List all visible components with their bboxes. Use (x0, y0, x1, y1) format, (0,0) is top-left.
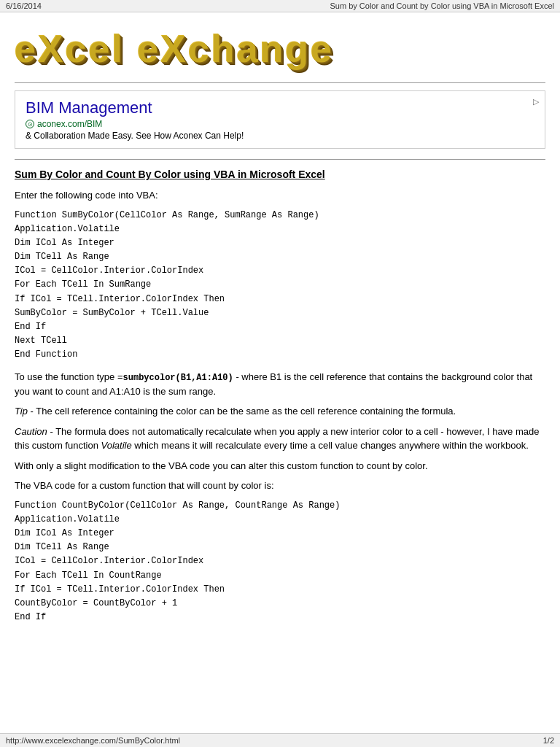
ad-title: BIM Management (26, 98, 534, 117)
ad-link-circle-icon: ⊙ (26, 120, 34, 128)
code-line: ICol = CellColor.Interior.ColorIndex (15, 554, 545, 568)
ad-box[interactable]: ▷ BIM Management ⊙ aconex.com/BIM & Coll… (15, 90, 545, 149)
code-line: Application.Volatile (15, 222, 545, 236)
logo-divider (15, 82, 545, 83)
top-bar-date: 6/16/2014 (6, 1, 42, 10)
code-line: End If (15, 611, 545, 624)
article-intro: Enter the following code into VBA: (15, 188, 545, 203)
code-line-end-function: End Function (15, 348, 545, 362)
code-line: Dim TCell As Range (15, 541, 545, 554)
usage-text-before: To use the function type = (15, 371, 123, 382)
top-bar-title: Sum by Color and Count by Color using VB… (330, 1, 554, 10)
code-line: Dim ICol As Integer (15, 527, 545, 541)
article-body: Sum By Color and Count By Color using VB… (15, 167, 545, 624)
mod-text1: With only a slight modification to the V… (15, 459, 545, 473)
mod-text2: The VBA code for a custom function that … (15, 479, 545, 493)
code-line: Function CountByColor(CellColor As Range… (15, 499, 545, 513)
code-line: If ICol = TCell.Interior.ColorIndex Then (15, 293, 545, 306)
code-block-1: Function SumByColor(CellColor As Range, … (15, 209, 545, 363)
ad-link[interactable]: ⊙ aconex.com/BIM (26, 119, 534, 129)
ad-description: & Collaboration Made Easy. See How Acone… (26, 131, 534, 141)
code-line: Application.Volatile (15, 513, 545, 527)
caution-paragraph: Caution - The formula does not automatic… (15, 425, 545, 453)
usage-function: sumbycolor(B1,A1:A10) (123, 373, 233, 383)
code-line: For Each TCell In SumRange (15, 278, 545, 292)
tip-text: - The cell reference containing the colo… (28, 406, 456, 417)
usage-paragraph: To use the function type =sumbycolor(B1,… (15, 370, 545, 399)
code-line: End If (15, 320, 545, 334)
page-wrapper: eXcel eXchange ▷ BIM Management ⊙ aconex… (0, 12, 560, 654)
tip-paragraph: Tip - The cell reference containing the … (15, 404, 545, 419)
code-block-2: Function CountByColor(CellColor As Range… (15, 499, 545, 625)
content-divider (15, 159, 545, 160)
code-line: Function SumByColor(CellColor As Range, … (15, 209, 545, 222)
caution-volatile: Volatile (101, 440, 132, 451)
logo-area: eXcel eXchange (15, 20, 545, 77)
article-title: Sum By Color and Count By Color using VB… (15, 167, 545, 182)
top-bar: 6/16/2014 Sum by Color and Count by Colo… (0, 0, 560, 12)
code-line: Dim ICol As Integer (15, 236, 545, 250)
ad-link-url: aconex.com/BIM (37, 119, 102, 129)
caution-label: Caution (15, 426, 47, 437)
code-line: CountByColor = CountByColor + 1 (15, 597, 545, 611)
caution-text2: which means it will recalculate every ti… (132, 440, 529, 451)
tip-label: Tip (15, 406, 28, 417)
code-line: Dim TCell As Range (15, 250, 545, 264)
logo: eXcel eXchange (15, 27, 545, 71)
code-line: For Each TCell In CountRange (15, 569, 545, 583)
code-line: ICol = CellColor.Interior.ColorIndex (15, 264, 545, 278)
code-line: Next TCell (15, 334, 545, 348)
code-line: If ICol = TCell.Interior.ColorIndex Then (15, 583, 545, 597)
ad-arrow: ▷ (533, 97, 539, 107)
code-line: SumByColor = SumByColor + TCell.Value (15, 306, 545, 320)
